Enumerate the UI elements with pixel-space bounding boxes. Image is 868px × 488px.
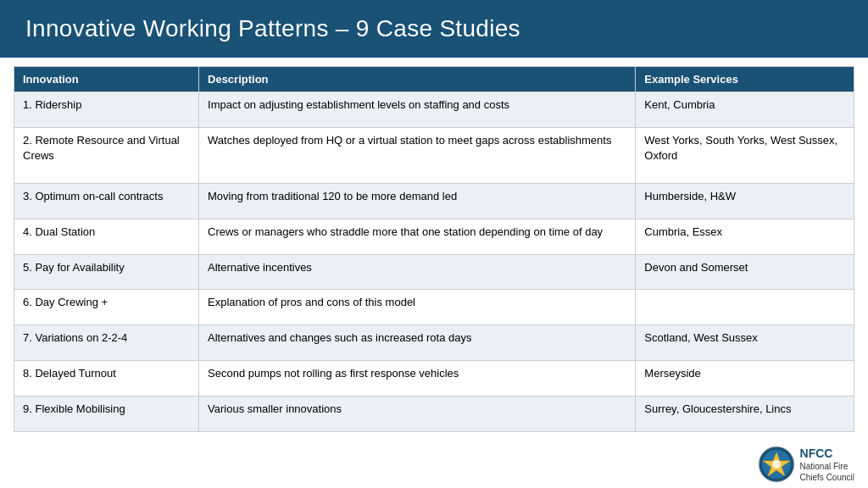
cell-description: Various smaller innovations <box>199 396 636 431</box>
table-row: 1. RidershipImpact on adjusting establis… <box>14 92 854 128</box>
table-row: 2. Remote Resource and Virtual CrewsWatc… <box>14 127 854 183</box>
col-header-services: Example Services <box>636 67 854 92</box>
nfcc-logo: NFCC National Fire Chiefs Council <box>758 446 854 483</box>
page-container: Innovative Working Patterns – 9 Case Stu… <box>0 0 868 488</box>
table-header-row: Innovation Description Example Services <box>14 67 854 92</box>
cell-innovation: 6. Day Crewing + <box>14 290 199 325</box>
nfcc-abbreviation: NFCC <box>800 446 854 461</box>
cell-services: Humberside, H&W <box>636 184 854 219</box>
content-area: Innovation Description Example Services … <box>0 58 868 441</box>
col-header-innovation: Innovation <box>14 67 199 92</box>
nfcc-badge-icon <box>758 446 795 483</box>
cell-services: Scotland, West Sussex <box>636 325 854 361</box>
table-row: 9. Flexible MobilisingVarious smaller in… <box>14 396 854 431</box>
cell-description: Moving from traditional 120 to be more d… <box>199 184 636 219</box>
table-row: 3. Optimum on-call contractsMoving from … <box>14 184 854 219</box>
cell-services: Surrey, Gloucestershire, Lincs <box>636 396 854 431</box>
col-header-description: Description <box>199 67 636 92</box>
cell-innovation: 8. Delayed Turnout <box>14 361 199 396</box>
cell-innovation: 5. Pay for Availability <box>14 254 199 290</box>
cell-description: Watches deployed from HQ or a virtual st… <box>199 127 636 183</box>
page-header: Innovative Working Patterns – 9 Case Stu… <box>0 0 868 58</box>
cell-innovation: 2. Remote Resource and Virtual Crews <box>14 127 199 183</box>
nfcc-text-block: NFCC National Fire Chiefs Council <box>800 446 854 483</box>
table-row: 5. Pay for AvailabilityAlternative incen… <box>14 254 854 290</box>
cell-description: Alternative incentives <box>199 254 636 290</box>
nfcc-line1: National Fire <box>800 461 854 472</box>
table-row: 8. Delayed TurnoutSecond pumps not rolli… <box>14 361 854 396</box>
cell-services: Kent, Cumbria <box>636 92 854 128</box>
cell-services <box>636 290 854 325</box>
cell-services: Cumbria, Essex <box>636 219 854 254</box>
cell-description: Crews or managers who straddle more that… <box>199 219 636 254</box>
cell-innovation: 9. Flexible Mobilising <box>14 396 199 431</box>
cell-description: Explanation of pros and cons of this mod… <box>199 290 636 325</box>
table-row: 7. Variations on 2-2-4Alternatives and c… <box>14 325 854 361</box>
page-footer: NFCC National Fire Chiefs Council <box>0 441 868 488</box>
page-title: Innovative Working Patterns – 9 Case Stu… <box>25 15 520 42</box>
cell-services: Devon and Somerset <box>636 254 854 290</box>
cell-description: Impact on adjusting establishment levels… <box>199 92 636 128</box>
cell-description: Alternatives and changes such as increas… <box>199 325 636 361</box>
table-row: 6. Day Crewing +Explanation of pros and … <box>14 290 854 325</box>
table-row: 4. Dual StationCrews or managers who str… <box>14 219 854 254</box>
cell-description: Second pumps not rolling as first respon… <box>199 361 636 396</box>
cell-services: Merseyside <box>636 361 854 396</box>
nfcc-line2: Chiefs Council <box>800 472 854 483</box>
cell-innovation: 7. Variations on 2-2-4 <box>14 325 199 361</box>
cell-innovation: 4. Dual Station <box>14 219 199 254</box>
cell-innovation: 3. Optimum on-call contracts <box>14 184 199 219</box>
cell-innovation: 1. Ridership <box>14 92 199 128</box>
cell-services: West Yorks, South Yorks, West Sussex, Ox… <box>636 127 854 183</box>
case-studies-table: Innovation Description Example Services … <box>14 66 854 432</box>
svg-point-3 <box>772 460 781 469</box>
